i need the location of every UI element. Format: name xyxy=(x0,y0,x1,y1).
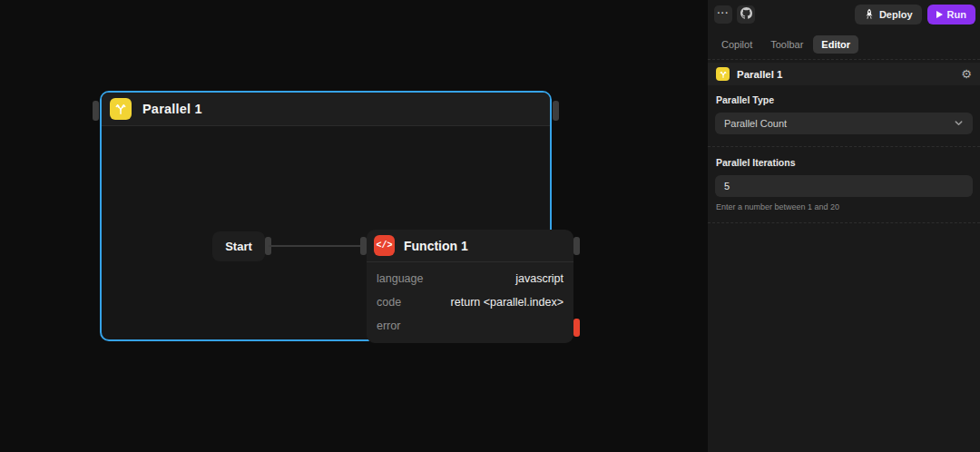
flow-canvas[interactable]: Parallel 1 Start </> Function 1 language xyxy=(0,0,708,452)
tab-copilot[interactable]: Copilot xyxy=(713,35,760,54)
parallel-group-title: Parallel 1 xyxy=(142,102,202,116)
parallel-iterations-helper: Enter a number between 1 and 20 xyxy=(716,202,972,211)
run-button-label: Run xyxy=(947,9,966,20)
prop-key: code xyxy=(377,296,401,309)
function-input-handle[interactable] xyxy=(360,237,367,255)
section-separator xyxy=(708,146,980,147)
parallel-iterations-input[interactable] xyxy=(715,175,973,197)
start-node[interactable]: Start xyxy=(212,231,265,261)
github-icon xyxy=(740,7,752,22)
prop-row-error[interactable]: error xyxy=(367,314,573,338)
function-node-header[interactable]: </> Function 1 xyxy=(367,230,573,262)
parallel-type-select[interactable]: Parallel Count xyxy=(715,113,973,134)
rocket-icon xyxy=(864,8,875,21)
group-input-handle[interactable] xyxy=(93,101,99,121)
tab-toolbar[interactable]: Toolbar xyxy=(762,35,811,54)
prop-value: return <parallel.index> xyxy=(451,296,564,309)
sidebar-tabs: Copilot Toolbar Editor xyxy=(708,29,980,59)
function-node-props: language javascript code return <paralle… xyxy=(367,262,573,343)
play-icon xyxy=(936,11,943,18)
github-button[interactable] xyxy=(737,5,755,24)
function-error-handle[interactable] xyxy=(573,319,580,337)
inspector-node-title: Parallel 1 xyxy=(737,69,783,80)
parallel-group-node[interactable]: Parallel 1 Start </> Function 1 language xyxy=(100,91,552,341)
more-options-button[interactable]: ··· xyxy=(714,5,732,24)
inspector-node-header: Parallel 1 ⚙ xyxy=(708,63,980,85)
edge-start-to-function[interactable] xyxy=(269,245,365,247)
function-node-title: Function 1 xyxy=(404,239,468,253)
prop-value: javascript xyxy=(515,272,564,285)
parallel-iterations-label: Parallel Iterations xyxy=(716,157,972,168)
group-output-handle[interactable] xyxy=(553,101,559,121)
deploy-button[interactable]: Deploy xyxy=(855,5,922,25)
gear-icon[interactable]: ⚙ xyxy=(961,68,972,80)
section-separator xyxy=(708,222,980,223)
start-node-label: Start xyxy=(225,240,252,253)
tab-editor[interactable]: Editor xyxy=(813,35,858,54)
section-separator xyxy=(708,59,980,60)
deploy-button-label: Deploy xyxy=(879,9,913,20)
chevron-down-icon xyxy=(954,118,964,130)
branch-split-icon xyxy=(716,67,730,81)
function-node[interactable]: </> Function 1 language javascript code … xyxy=(367,230,573,343)
inspector-sidebar: ··· Deploy xyxy=(708,0,980,452)
run-button[interactable]: Run xyxy=(927,5,975,25)
sidebar-topbar: ··· Deploy xyxy=(708,0,980,29)
parallel-type-value: Parallel Count xyxy=(724,118,787,129)
inspector-properties: Parallel Type Parallel Count Parallel It… xyxy=(708,85,980,223)
code-icon: </> xyxy=(374,235,395,256)
parallel-type-label: Parallel Type xyxy=(716,94,972,105)
app-window: Parallel 1 Start </> Function 1 language xyxy=(0,0,980,452)
prop-key: language xyxy=(377,272,423,285)
branch-split-icon xyxy=(110,98,132,120)
prop-key: error xyxy=(377,319,400,332)
prop-row-language[interactable]: language javascript xyxy=(367,267,573,290)
prop-row-code[interactable]: code return <parallel.index> xyxy=(367,290,573,314)
parallel-group-header[interactable]: Parallel 1 xyxy=(102,93,550,126)
function-output-handle[interactable] xyxy=(573,237,580,255)
